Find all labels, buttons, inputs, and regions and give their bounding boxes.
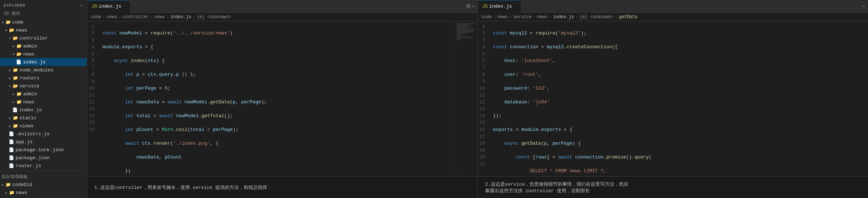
breadcrumb-code: code — [91, 15, 101, 20]
left-code-lines: const newModel = require('../../service/… — [101, 21, 456, 176]
file-icon: 📄 — [9, 155, 14, 161]
file-icon: 📄 — [12, 107, 18, 113]
file-icon: 📄 — [9, 139, 14, 145]
annotation-bar: 1.这边是controller，用来发号施令，使用 service 提供的方法，… — [87, 176, 868, 198]
left-code-area[interactable]: 12345 678910 1112131415 16 const newMode… — [87, 21, 477, 176]
sidebar-header: EXPLORER ⋯ — [0, 0, 87, 10]
sidebar-item-label: package-lock.json — [16, 147, 64, 153]
sidebar-item-routers[interactable]: 📁 routers — [0, 74, 87, 82]
folder-icon: 📂 — [13, 36, 18, 41]
left-line-numbers: 12345 678910 1112131415 16 — [87, 21, 101, 176]
sep1: › — [103, 15, 105, 20]
right-editor-pane: JS index.js ✕ ⋯ code › news › service › … — [477, 0, 868, 176]
sidebar-item-label: news — [16, 190, 27, 195]
sidebar-item-label: index.js — [23, 59, 45, 65]
sidebar-item-label: service — [20, 83, 40, 89]
chevron-right-icon — [9, 68, 11, 73]
new-file-icon[interactable]: ⋯ — [80, 3, 83, 8]
sep3: › — [150, 15, 153, 20]
split-editor-icon[interactable]: ⧉ — [466, 3, 470, 9]
sidebar-item-label: index.js — [19, 107, 42, 113]
right-annotation-text: 2.这边是service，负责做很细节的事情，我们在这里写方法，然后暴露出这些方… — [485, 181, 628, 194]
right-tab-index-js[interactable]: JS index.js ✕ — [478, 0, 521, 13]
breadcrumb-service: service — [513, 15, 531, 20]
folder-icon: 📁 — [13, 67, 18, 73]
sidebar-item-static[interactable]: 📁 static — [0, 114, 87, 122]
sidebar-item-news2[interactable]: 📁 news — [0, 98, 87, 106]
chevron-right-icon — [12, 92, 15, 96]
sidebar-item-label: app.js — [16, 139, 33, 145]
sidebar-item-news[interactable]: 📂 news — [0, 26, 87, 34]
more-actions-icon[interactable]: ⋯ — [862, 3, 865, 9]
breadcrumb-code: code — [481, 15, 492, 20]
left-annotation-text: 1.这边是controller，用来发号施令，使用 service 提供的方法，… — [94, 184, 267, 191]
sidebar-item-news-inner[interactable]: 📂 news — [0, 50, 87, 58]
sidebar-item-admin2[interactable]: 📁 admin — [0, 90, 87, 98]
chevron-down-icon — [1, 20, 4, 25]
sidebar-item-controller[interactable]: 📂 controller — [0, 34, 87, 42]
sidebar-item-label: codeOld — [12, 182, 32, 187]
chevron-right-icon — [12, 100, 15, 104]
folder-icon: 📁 — [5, 20, 11, 25]
sidebar-item-code[interactable]: 📁 code — [0, 18, 87, 26]
folder-icon: 📁 — [16, 91, 22, 97]
sidebar-item-views[interactable]: 📁 views — [0, 122, 87, 130]
left-breadcrumb: code › news › controller › news › index.… — [87, 13, 477, 21]
js-file-icon: JS — [482, 4, 488, 9]
sep3: › — [533, 15, 535, 20]
editors-area: JS index.js ✕ ⧉ ⋯ code › news › controll… — [87, 0, 868, 198]
component-count: 19 组件 — [0, 10, 87, 18]
tab-label: index.js — [99, 4, 121, 9]
folder-icon: 📁 — [16, 44, 22, 49]
sep5: › — [193, 15, 195, 20]
more-actions-icon[interactable]: ⋯ — [472, 3, 474, 9]
left-tab-index-js[interactable]: JS index.js ✕ — [87, 0, 131, 13]
chevron-down-icon — [9, 36, 11, 41]
sidebar-item-index-js[interactable]: 📄 index.js — [0, 58, 87, 66]
sidebar-item-label: views — [20, 123, 34, 129]
breadcrumb-file: index.js — [553, 15, 574, 20]
breadcrumb-news: news — [497, 15, 508, 20]
sidebar-item-pkg-json[interactable]: 📄 package.json — [0, 154, 87, 162]
breadcrumb-news: news — [107, 15, 117, 20]
sidebar-item-label: news — [16, 28, 27, 33]
sidebar-title: EXPLORER — [4, 3, 25, 8]
breadcrumb-news2: news — [154, 15, 165, 20]
sidebar-item-router-js[interactable]: 📄 router.js — [0, 162, 87, 170]
right-annotation: 2.这边是service，负责做很细节的事情，我们在这里写方法，然后暴露出这些方… — [478, 177, 868, 198]
sidebar-item-admin[interactable]: 📁 admin — [0, 42, 87, 50]
sidebar-bottom: 后台管理模板 📁 codeOld 📁 news — [0, 171, 87, 198]
file-icon: 📄 — [16, 59, 21, 65]
folder-icon: 📁 — [5, 182, 11, 187]
sidebar-item-label: code — [12, 20, 24, 25]
tab-label: index.js — [489, 4, 512, 9]
sidebar: EXPLORER ⋯ 19 组件 📁 code 📂 news 📂 control… — [0, 0, 87, 198]
sep4: › — [166, 15, 169, 20]
sidebar-item-eslintrc[interactable]: 📄 .eslintrc.js — [0, 130, 87, 138]
sidebar-item-svc-index[interactable]: 📄 index.js — [0, 106, 87, 114]
sidebar-item-label: package.json — [16, 155, 50, 161]
folder-icon: 📂 — [13, 83, 18, 89]
left-tab-bar: JS index.js ✕ ⧉ ⋯ — [87, 0, 477, 13]
breadcrumb-scope: {e} <unknown> — [579, 15, 614, 20]
right-code-area[interactable]: 12345 678910 1112131415 1617181920 21 co… — [478, 21, 868, 176]
sidebar-item-label: news — [23, 99, 34, 105]
right-tab-bar: JS index.js ✕ ⋯ — [478, 0, 868, 13]
sidebar-item-label: admin — [23, 91, 37, 97]
file-icon: 📄 — [9, 163, 14, 169]
chevron-right-icon — [9, 76, 11, 81]
sidebar-item-node-modules[interactable]: 📁 node_modules — [0, 66, 87, 74]
left-minimap — [456, 21, 477, 176]
sidebar-item-bottom-news[interactable]: 📁 news — [0, 189, 87, 197]
sep2: › — [119, 15, 121, 20]
sidebar-item-pkg-lock[interactable]: 📄 package-lock.json — [0, 146, 87, 154]
sidebar-item-codeold[interactable]: 📁 codeOld — [0, 181, 87, 189]
sidebar-item-app-js[interactable]: 📄 app.js — [0, 138, 87, 146]
file-tree: 📁 code 📂 news 📂 controller 📁 admin 📂 new… — [0, 18, 87, 171]
left-annotation: 1.这边是controller，用来发号施令，使用 service 提供的方法，… — [87, 177, 478, 198]
sidebar-item-service[interactable]: 📂 service — [0, 82, 87, 90]
sidebar-bottom-template[interactable]: 后台管理模板 — [0, 173, 87, 181]
chevron-down-icon — [9, 84, 11, 88]
folder-icon: 📁 — [13, 115, 18, 121]
sidebar-item-label: controller — [20, 36, 48, 41]
